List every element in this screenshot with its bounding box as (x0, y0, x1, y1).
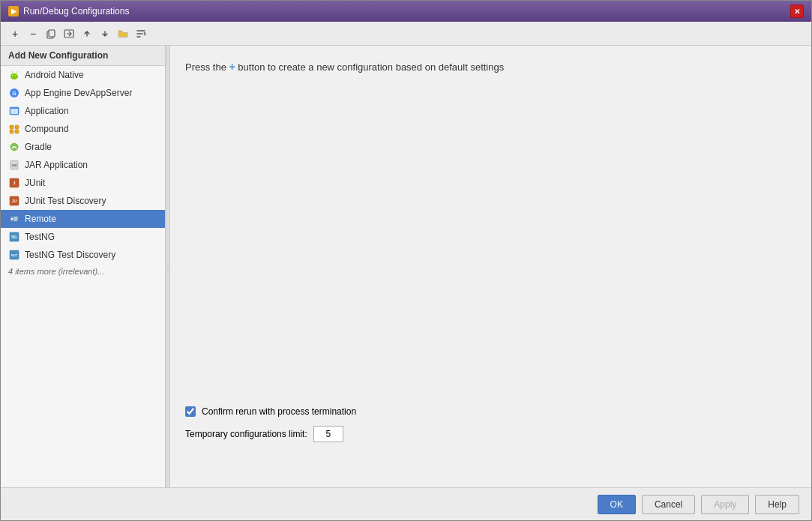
svg-rect-14 (15, 130, 19, 133)
list-item-junit[interactable]: J JUnit (1, 174, 165, 192)
appengine-icon: G (8, 87, 20, 99)
list-item-testng-test-discovery[interactable]: NGT TestNG Test Discovery (1, 246, 165, 264)
svg-text:J: J (13, 181, 15, 185)
remote-icon (8, 213, 20, 225)
main-content: Add New Configuration Android Native (1, 46, 811, 487)
gradle-label: Gradle (25, 142, 52, 152)
list-item-junit-test-discovery[interactable]: JU JUnit Test Discovery (1, 192, 165, 210)
ok-button[interactable]: OK (598, 495, 636, 514)
compound-icon (8, 123, 20, 135)
svg-rect-1 (49, 30, 55, 37)
testng-test-discovery-label: TestNG Test Discovery (25, 250, 115, 260)
hint-plus-icon: + (229, 61, 235, 73)
sort-button[interactable] (133, 25, 149, 42)
list-item-android-native[interactable]: Android Native (1, 66, 165, 84)
svg-text:G: G (12, 91, 16, 96)
list-item-application[interactable]: Application (1, 102, 165, 120)
svg-text:JU: JU (12, 199, 17, 203)
temp-config-label: Temporary configurations limit: (185, 429, 307, 439)
panel-header: Add New Configuration (1, 46, 165, 66)
svg-point-23 (11, 218, 13, 220)
list-item-app-engine[interactable]: G App Engine DevAppServer (1, 84, 165, 102)
left-panel: Add New Configuration Android Native (1, 46, 166, 487)
app-engine-label: App Engine DevAppServer (25, 88, 132, 98)
folder-button[interactable] (115, 25, 131, 42)
svg-point-6 (15, 75, 16, 76)
right-panel: Press the + button to create a new confi… (170, 46, 811, 487)
jar-application-label: JAR Application (25, 160, 88, 170)
junit-discovery-icon: JU (8, 195, 20, 207)
junit-label: JUnit (25, 178, 45, 188)
application-icon (8, 105, 20, 117)
gradle-icon (8, 141, 20, 153)
move-up-button[interactable] (79, 25, 95, 42)
list-item-remote[interactable]: Remote (1, 210, 165, 228)
confirm-rerun-row: Confirm rerun with process termination (185, 406, 796, 417)
svg-rect-13 (10, 130, 13, 133)
android-native-label: Android Native (25, 70, 84, 80)
junit-icon: J (8, 177, 20, 189)
svg-text:NGT: NGT (11, 253, 18, 257)
svg-rect-12 (15, 125, 19, 129)
list-item-compound[interactable]: Compound (1, 120, 165, 138)
testng-label: TestNG (25, 232, 55, 242)
dialog-title: Run/Debug Configurations (23, 6, 129, 16)
application-label: Application (25, 106, 69, 116)
remote-label: Remote (25, 214, 56, 224)
add-config-button[interactable]: + (7, 25, 23, 42)
bottom-options: Confirm rerun with process termination T… (185, 406, 796, 442)
toolbar: + − (1, 22, 811, 46)
help-button[interactable]: Help (755, 495, 799, 514)
junit-test-discovery-label: JUnit Test Discovery (25, 196, 106, 206)
temp-config-row: Temporary configurations limit: (185, 426, 796, 442)
remove-config-button[interactable]: − (25, 25, 41, 42)
copy-config-button[interactable] (43, 25, 59, 42)
svg-point-5 (12, 75, 13, 76)
title-bar: ▶ Run/Debug Configurations ✕ (1, 1, 811, 22)
android-icon (8, 69, 20, 81)
list-item-gradle[interactable]: Gradle (1, 138, 165, 156)
cancel-button[interactable]: Cancel (642, 495, 695, 514)
run-debug-dialog: ▶ Run/Debug Configurations ✕ + − (0, 0, 812, 521)
svg-text:JAR: JAR (11, 163, 17, 167)
title-bar-left: ▶ Run/Debug Configurations (8, 6, 129, 16)
apply-button[interactable]: Apply (701, 495, 749, 514)
jar-icon: JAR (8, 159, 20, 171)
temp-config-input[interactable] (313, 426, 343, 442)
confirm-rerun-checkbox[interactable] (185, 406, 196, 417)
dialog-footer: OK Cancel Apply Help (1, 487, 811, 520)
hint-suffix: button to create a new configuration bas… (238, 61, 504, 73)
list-item-testng[interactable]: NG TestNG (1, 228, 165, 246)
hint-prefix: Press the (185, 61, 226, 73)
compound-label: Compound (25, 124, 69, 134)
svg-text:NG: NG (11, 235, 17, 239)
testng-discovery-icon: NGT (8, 249, 20, 261)
confirm-rerun-label: Confirm rerun with process termination (202, 406, 356, 417)
more-items: 4 items more (irrelevant)... (1, 264, 165, 279)
dialog-icon: ▶ (8, 6, 19, 16)
testng-icon: NG (8, 231, 20, 243)
svg-rect-11 (10, 125, 13, 129)
move-down-button[interactable] (97, 25, 113, 42)
list-item-jar-application[interactable]: JAR JAR Application (1, 156, 165, 174)
svg-rect-10 (10, 109, 18, 114)
share-config-button[interactable] (61, 25, 77, 42)
close-button[interactable]: ✕ (790, 4, 804, 18)
svg-rect-4 (11, 74, 17, 78)
hint-text: Press the + button to create a new confi… (185, 61, 796, 73)
